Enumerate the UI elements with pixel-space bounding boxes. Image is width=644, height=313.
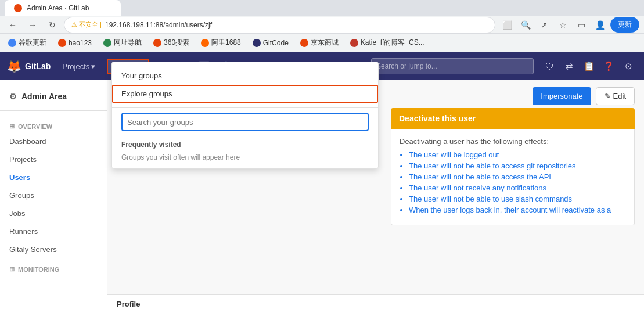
deactivate-intro: Deactivating a user has the following ef… (400, 137, 626, 146)
search-icon[interactable]: 🔍 (517, 17, 534, 33)
profile-icon[interactable]: 👤 (592, 17, 608, 33)
window-icon[interactable]: ▭ (573, 17, 589, 33)
bookmark-nav-icon (103, 39, 111, 47)
bookmark-hao123-icon (58, 39, 66, 47)
groups-dropdown: Your groups Explore groups Frequently vi… (111, 62, 379, 169)
groups-search-input[interactable] (121, 113, 369, 131)
tab-favicon (14, 4, 22, 12)
bookmark-1688[interactable]: 阿里1688 (197, 36, 244, 49)
deactivate-effect-3: The user will not be able to access the … (409, 172, 626, 181)
deactivate-effect-1: The user will be logged out (409, 150, 626, 159)
bookmark-360-icon (153, 39, 161, 47)
dropdown-empty-text: Groups you visit often will appear here (112, 151, 378, 168)
refresh-button[interactable]: ↻ (44, 17, 60, 33)
edit-button[interactable]: ✎ Edit (596, 87, 635, 105)
address-text: 192.168.198.11:88/admin/users/zjf (105, 21, 212, 29)
deactivate-effect-6: When the user logs back in, their accoun… (409, 206, 626, 214)
deactivate-panel: Deactivate this user Deactivating a user… (391, 108, 635, 225)
sidebar-item-jobs[interactable]: Jobs (0, 204, 107, 222)
bookmark-jd[interactable]: 京东商城 (297, 36, 342, 49)
bookmark-google-icon (8, 39, 16, 47)
bookmark-icon[interactable]: ☆ (555, 17, 571, 33)
profile-tab[interactable]: Profile (117, 300, 140, 308)
dropdown-search-area (112, 108, 378, 136)
bookmark-360-label: 360搜索 (164, 38, 189, 48)
projects-nav-link[interactable]: Projects ▾ (57, 60, 100, 73)
nav-actions: ⬜ 🔍 ↗ ☆ ▭ 👤 更新 (499, 17, 639, 33)
sidebar-header: ⚙ Admin Area (0, 87, 107, 111)
profile-tab-bar: Profile (107, 294, 644, 313)
merge-icon[interactable]: ⇄ (560, 57, 578, 75)
deactivate-effect-4: The user will not receive any notificati… (409, 184, 626, 192)
cast-icon[interactable]: ⬜ (499, 17, 515, 33)
deactivate-body: Deactivating a user has the following ef… (391, 129, 635, 225)
bookmark-jd-icon (300, 39, 308, 47)
sidebar-item-groups[interactable]: Groups (0, 186, 107, 204)
browser-tab[interactable]: Admin Area · GitLab (5, 0, 121, 16)
dropdown-explore-groups[interactable]: Explore groups (112, 85, 378, 103)
sidebar: ⚙ Admin Area ⊞ Overview Dashboard Projec… (0, 80, 107, 313)
share-icon[interactable]: ↗ (536, 17, 552, 33)
tab-title: Admin Area · GitLab (27, 4, 89, 12)
bookmark-gitcode-icon (253, 39, 261, 47)
address-bar[interactable]: ⚠ 不安全 | 192.168.198.11:88/admin/users/zj… (64, 17, 495, 33)
deactivate-effect-2: The user will not be able to access git … (409, 161, 626, 170)
sidebar-item-gitaly[interactable]: Gitaly Servers (0, 240, 107, 258)
bookmark-katie[interactable]: Katie_ff的博客_CS... (347, 36, 428, 49)
forward-button[interactable]: → (24, 17, 41, 33)
security-warning: ⚠ 不安全 | (71, 20, 102, 29)
search-input[interactable] (371, 58, 534, 74)
shield-icon[interactable]: 🛡 (541, 57, 558, 75)
deactivate-effects-list: The user will be logged out The user wil… (400, 150, 626, 214)
dropdown-section-title: Frequently visited (112, 136, 378, 151)
browser-nav: ← → ↻ ⚠ 不安全 | 192.168.198.11:88/admin/us… (0, 16, 644, 34)
nav-search[interactable] (371, 58, 534, 74)
bookmark-gitcode-label: GitCode (263, 39, 289, 47)
projects-chevron-icon: ▾ (91, 62, 95, 71)
sidebar-item-projects[interactable]: Projects (0, 150, 107, 168)
dropdown-your-groups[interactable]: Your groups (112, 67, 378, 85)
back-button[interactable]: ← (5, 17, 21, 33)
bookmark-nav-label: 网址导航 (114, 38, 142, 48)
bookmark-google[interactable]: 谷歌更新 (5, 36, 50, 49)
bookmark-katie-icon (350, 39, 358, 47)
update-button[interactable]: 更新 (610, 17, 639, 33)
bookmark-nav[interactable]: 网址导航 (100, 36, 145, 49)
gitlab-logo-icon: 🦊 (7, 59, 21, 73)
edit-icon: ✎ (605, 92, 611, 100)
deactivate-header: Deactivate this user (391, 108, 635, 129)
bookmark-jd-label: 京东商城 (311, 38, 339, 48)
bookmark-gitcode[interactable]: GitCode (249, 37, 292, 49)
bookmark-hao123[interactable]: hao123 (55, 37, 95, 49)
user-avatar[interactable]: ⊙ (620, 57, 637, 75)
dropdown-menu-items: Your groups Explore groups (112, 62, 378, 107)
sidebar-item-users[interactable]: Users (0, 168, 107, 186)
browser-tabs: Admin Area · GitLab (0, 0, 644, 16)
bookmark-1688-icon (201, 39, 209, 47)
bookmark-hao123-label: hao123 (69, 39, 92, 47)
bookmark-360[interactable]: 360搜索 (150, 36, 193, 49)
deactivate-effect-5: The user will not be able to use slash c… (409, 195, 626, 203)
impersonate-button[interactable]: Impersonate (533, 87, 591, 105)
clipboard-icon[interactable]: 📋 (580, 57, 598, 75)
sidebar-item-runners[interactable]: Runners (0, 222, 107, 240)
browser-chrome: Admin Area · GitLab ← → ↻ ⚠ 不安全 | 192.16… (0, 0, 644, 34)
gitlab-logo-text: GitLab (25, 62, 51, 71)
bookmarks-bar: 谷歌更新 hao123 网址导航 360搜索 阿里1688 GitCode 京东… (0, 34, 644, 52)
help-icon[interactable]: ❓ (600, 57, 617, 75)
overview-section-icon: ⊞ (9, 123, 15, 130)
bookmark-katie-label: Katie_ff的博客_CS... (361, 38, 424, 48)
bookmark-google-label: 谷歌更新 (19, 38, 46, 48)
gitlab-logo[interactable]: 🦊 GitLab (7, 59, 51, 73)
monitoring-section-icon: ⊞ (9, 265, 15, 273)
bookmark-1688-label: 阿里1688 (211, 38, 241, 48)
nav-icons: 🛡 ⇄ 📋 ❓ ⊙ (541, 57, 637, 75)
sidebar-item-dashboard[interactable]: Dashboard (0, 132, 107, 150)
sidebar-section-overview: ⊞ Overview (0, 116, 107, 132)
admin-icon: ⚙ (9, 92, 17, 101)
sidebar-section-monitoring: ⊞ Monitoring (0, 258, 107, 275)
